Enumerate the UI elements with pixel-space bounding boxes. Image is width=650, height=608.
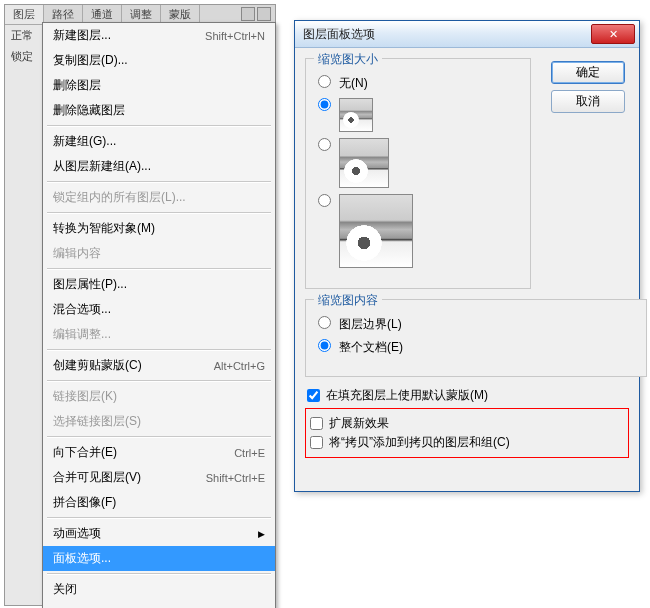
close-icon[interactable]: ✕: [591, 24, 635, 44]
mi-new-layer[interactable]: 新建图层...Shift+Ctrl+N: [43, 23, 275, 48]
panel-flyout-menu: 新建图层...Shift+Ctrl+N 复制图层(D)... 删除图层 删除隐藏…: [42, 22, 276, 608]
group-thumb-content: 缩览图内容: [314, 292, 382, 309]
radio-document[interactable]: [318, 339, 331, 352]
radio-size-none-label: 无(N): [339, 75, 368, 92]
mi-lock-all: 锁定组内的所有图层(L)...: [43, 185, 275, 210]
dialog-title: 图层面板选项: [303, 26, 375, 43]
panel-menu-icon[interactable]: [257, 7, 271, 21]
radio-size-large[interactable]: [318, 194, 331, 207]
mi-merge-down[interactable]: 向下合并(E)Ctrl+E: [43, 440, 275, 465]
check-fill-mask[interactable]: [307, 389, 320, 402]
panel-dock-icon[interactable]: [241, 7, 255, 21]
mi-merge-vis[interactable]: 合并可见图层(V)Shift+Ctrl+E: [43, 465, 275, 490]
lock-label: 锁定: [11, 49, 33, 64]
mi-del-layer[interactable]: 删除图层: [43, 73, 275, 98]
mi-panel-options[interactable]: 面板选项...: [43, 546, 275, 571]
mi-new-group[interactable]: 新建组(G)...: [43, 129, 275, 154]
check-expand-fx[interactable]: [310, 417, 323, 430]
ok-button[interactable]: 确定: [551, 61, 625, 84]
layer-panel-options-dialog: 图层面板选项 ✕ 确定 取消 缩览图大小 无(N) 缩览图内容 图层边界(L) …: [294, 20, 640, 492]
mi-flatten[interactable]: 拼合图像(F): [43, 490, 275, 515]
check-add-copy[interactable]: [310, 436, 323, 449]
tab-layers[interactable]: 图层: [5, 5, 44, 24]
radio-size-none[interactable]: [318, 75, 331, 88]
highlight-box: 扩展新效果 将“拷贝”添加到拷贝的图层和组(C): [305, 408, 629, 458]
mi-blend-opts[interactable]: 混合选项...: [43, 297, 275, 322]
mi-link: 链接图层(K): [43, 384, 275, 409]
mi-edit-adj: 编辑调整...: [43, 322, 275, 347]
group-thumb-size: 缩览图大小: [314, 51, 382, 68]
blend-mode-label: 正常: [11, 28, 33, 43]
mi-anim[interactable]: 动画选项▶: [43, 521, 275, 546]
mi-close[interactable]: 关闭: [43, 577, 275, 602]
mi-clip-mask[interactable]: 创建剪贴蒙版(C)Alt+Ctrl+G: [43, 353, 275, 378]
mi-dup-layer[interactable]: 复制图层(D)...: [43, 48, 275, 73]
mi-select-linked: 选择链接图层(S): [43, 409, 275, 434]
cancel-button[interactable]: 取消: [551, 90, 625, 113]
check-add-copy-label: 将“拷贝”添加到拷贝的图层和组(C): [329, 434, 510, 451]
radio-size-medium[interactable]: [318, 138, 331, 151]
mi-close-tab-group[interactable]: 关闭选项卡组: [43, 602, 275, 608]
check-fill-mask-label: 在填充图层上使用默认蒙版(M): [326, 387, 488, 404]
mi-layer-props[interactable]: 图层属性(P)...: [43, 272, 275, 297]
radio-bounds-label: 图层边界(L): [339, 316, 402, 333]
mi-smart-obj[interactable]: 转换为智能对象(M): [43, 216, 275, 241]
radio-size-small[interactable]: [318, 98, 331, 111]
mi-edit-content: 编辑内容: [43, 241, 275, 266]
radio-bounds[interactable]: [318, 316, 331, 329]
mi-del-hidden[interactable]: 删除隐藏图层: [43, 98, 275, 123]
mi-new-group-from[interactable]: 从图层新建组(A)...: [43, 154, 275, 179]
radio-document-label: 整个文档(E): [339, 339, 403, 356]
check-expand-fx-label: 扩展新效果: [329, 415, 389, 432]
